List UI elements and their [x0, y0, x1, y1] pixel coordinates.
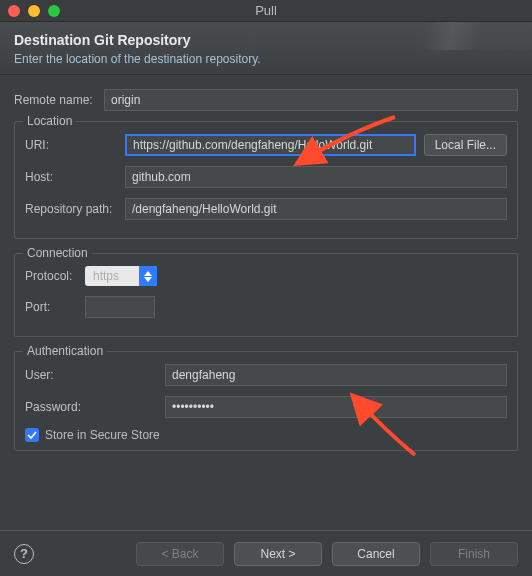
dialog-body: Remote name: Location URI: Local File...… — [0, 75, 532, 473]
header-subtitle: Enter the location of the destination re… — [14, 52, 518, 66]
protocol-select[interactable]: https — [85, 266, 157, 286]
location-legend: Location — [23, 114, 76, 128]
dialog-footer: ? < Back Next > Cancel Finish — [0, 530, 532, 576]
help-icon[interactable]: ? — [14, 544, 34, 564]
password-input[interactable] — [165, 396, 507, 418]
uri-input[interactable] — [125, 134, 416, 156]
minimize-icon[interactable] — [28, 5, 40, 17]
protocol-row: Protocol: https — [25, 266, 507, 286]
window-title: Pull — [0, 3, 532, 18]
port-label: Port: — [25, 300, 85, 314]
user-row: User: — [25, 364, 507, 386]
header-title: Destination Git Repository — [14, 32, 518, 48]
zoom-icon[interactable] — [48, 5, 60, 17]
remote-name-label: Remote name: — [14, 93, 104, 107]
port-input[interactable] — [85, 296, 155, 318]
select-stepper-icon — [139, 266, 157, 286]
local-file-button[interactable]: Local File... — [424, 134, 507, 156]
store-label: Store in Secure Store — [45, 428, 160, 442]
host-input[interactable] — [125, 166, 507, 188]
next-button[interactable]: Next > — [234, 542, 322, 566]
protocol-value: https — [85, 269, 139, 283]
store-row: Store in Secure Store — [25, 428, 507, 442]
remote-name-row: Remote name: — [14, 89, 518, 111]
location-group: Location URI: Local File... Host: Reposi… — [14, 121, 518, 239]
window-controls — [0, 5, 60, 17]
close-icon[interactable] — [8, 5, 20, 17]
connection-legend: Connection — [23, 246, 92, 260]
auth-group: Authentication User: Password: Store in … — [14, 351, 518, 451]
repo-path-input[interactable] — [125, 198, 507, 220]
auth-legend: Authentication — [23, 344, 107, 358]
connection-group: Connection Protocol: https Port: — [14, 253, 518, 337]
finish-button: Finish — [430, 542, 518, 566]
check-icon — [27, 430, 37, 440]
password-row: Password: — [25, 396, 507, 418]
protocol-label: Protocol: — [25, 269, 85, 283]
remote-name-input[interactable] — [104, 89, 518, 111]
dialog-header: Destination Git Repository Enter the loc… — [0, 22, 532, 75]
repo-path-row: Repository path: — [25, 198, 507, 220]
uri-label: URI: — [25, 138, 125, 152]
host-label: Host: — [25, 170, 125, 184]
password-label: Password: — [25, 400, 165, 414]
cancel-button[interactable]: Cancel — [332, 542, 420, 566]
repo-path-label: Repository path: — [25, 202, 125, 216]
port-row: Port: — [25, 296, 507, 318]
user-input[interactable] — [165, 364, 507, 386]
user-label: User: — [25, 368, 165, 382]
store-checkbox[interactable] — [25, 428, 39, 442]
back-button: < Back — [136, 542, 224, 566]
host-row: Host: — [25, 166, 507, 188]
uri-row: URI: Local File... — [25, 134, 507, 156]
titlebar: Pull — [0, 0, 532, 22]
